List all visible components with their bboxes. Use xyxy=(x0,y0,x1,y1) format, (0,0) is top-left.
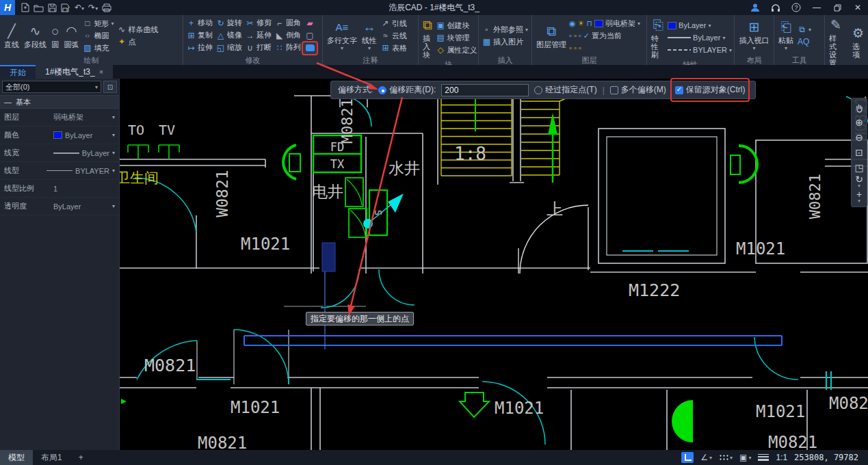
add-layout-button[interactable]: + xyxy=(70,450,92,465)
point-button[interactable]: ✦点 xyxy=(116,36,160,48)
grid-snap-icon[interactable]: ▾ xyxy=(719,454,733,462)
offset-button[interactable] xyxy=(303,42,317,54)
layer-current-icon[interactable]: ✓ xyxy=(583,31,590,40)
tab-start[interactable]: 开始 xyxy=(0,65,36,79)
open-file-icon[interactable] xyxy=(34,3,44,12)
erase-button[interactable]: ▰ xyxy=(303,18,317,29)
insert-image-button[interactable]: ▦插入图片 xyxy=(481,36,529,48)
zoom-in-icon[interactable]: ⊕ xyxy=(852,115,867,130)
layer-color-swatch[interactable] xyxy=(594,20,603,27)
close-button[interactable]: ✕ xyxy=(847,0,868,15)
linear-dim-button[interactable]: ↔线性▾ xyxy=(360,18,379,53)
lineweight-toggle-icon[interactable] xyxy=(758,454,769,461)
layer-visibility-icon[interactable]: ◉ xyxy=(569,19,576,28)
mtext-button[interactable]: A≡多行文字▾ xyxy=(325,18,359,53)
print-icon[interactable] xyxy=(102,3,111,12)
style-settings-button[interactable]: ✎样式设置 xyxy=(827,16,845,68)
paste-button[interactable]: ⎗粘贴▾ xyxy=(776,18,795,53)
multiple-offset-checkbox[interactable]: 多个偏移(M) xyxy=(610,84,666,96)
offset-distance-radio[interactable]: 偏移距离(D): xyxy=(378,84,436,96)
break-button[interactable]: ∪打断 xyxy=(244,42,273,53)
mirror-button[interactable]: △镜像 xyxy=(215,29,244,41)
layer-unlock-icon[interactable]: ▫ xyxy=(579,31,581,40)
save-icon[interactable] xyxy=(48,3,57,12)
revcloud-button[interactable]: ≈云线 xyxy=(380,30,408,42)
layer-delete-icon[interactable]: ▫ xyxy=(579,44,581,52)
insert-viewport-button[interactable]: ⊞插入视口▾ xyxy=(737,18,772,53)
layer-freeze-icon[interactable]: ☀ xyxy=(578,19,585,28)
prop-row-linetype[interactable]: 线型 BYLAYER▾ xyxy=(0,162,119,180)
linetype-dropdown[interactable]: BYLAYER▾ xyxy=(668,44,732,56)
polar-tracking-icon[interactable]: ∠▾ xyxy=(700,453,712,462)
attribute-define-button[interactable]: ◇属性定义 xyxy=(435,44,479,56)
ortho-mode-icon[interactable] xyxy=(681,452,694,463)
prop-row-transparency[interactable]: 透明度 ByLayer▾ xyxy=(0,198,119,215)
prop-row-lineweight[interactable]: 线宽 ByLayer▾ xyxy=(0,144,119,162)
copy-button[interactable]: ⊞复制 xyxy=(185,29,214,41)
support-headset-icon[interactable] xyxy=(765,0,786,15)
section-basic[interactable]: —基本 xyxy=(0,95,119,109)
prop-row-color[interactable]: 颜色 ByLayer▾ xyxy=(0,127,119,144)
orbit-icon[interactable]: ↻▾ xyxy=(852,175,867,190)
layer-off-icon[interactable]: ▫ xyxy=(569,31,572,40)
xref-button[interactable]: ▫外部参照▾ xyxy=(481,24,529,36)
block-manager-button[interactable]: ▤块管理 xyxy=(435,32,479,44)
trim-button[interactable]: ✂修剪 xyxy=(244,17,273,29)
layer-dropdown[interactable]: ◉ ☀ ⊓ 弱电桥架 ▾ xyxy=(569,18,640,29)
extend-button[interactable]: →延伸 xyxy=(244,29,273,41)
chamfer-button[interactable]: ◣倒角 xyxy=(274,29,302,41)
table-button[interactable]: ⊞表格 xyxy=(380,42,408,54)
ellipse-button[interactable]: ○椭圆 xyxy=(81,30,115,42)
hatch-button[interactable]: ▨填充 xyxy=(81,42,115,54)
user-account-icon[interactable] xyxy=(745,0,765,15)
set-current-button[interactable]: 置为当前 xyxy=(592,31,622,41)
layer-merge-icon[interactable]: ▫ xyxy=(574,44,577,52)
match-properties-button[interactable]: ⎘特性刷 xyxy=(649,16,667,59)
copy-clip-button[interactable]: ⧉▾ xyxy=(796,24,813,36)
layer-walk-icon[interactable]: ▫ xyxy=(569,44,572,52)
selection-filter-dropdown[interactable]: 全部(0)▾ xyxy=(2,81,101,93)
zoom-out-icon[interactable]: ⊖ xyxy=(852,130,867,145)
layout1-tab[interactable]: 布局1 xyxy=(33,450,70,465)
new-file-icon[interactable] xyxy=(21,3,29,12)
color-dropdown[interactable]: ByLayer▾ xyxy=(668,20,732,31)
fillet-button[interactable]: ⌐圆角 xyxy=(274,17,302,29)
save-as-icon[interactable] xyxy=(61,3,70,12)
spline-button[interactable]: ∿样条曲线 xyxy=(116,24,160,36)
layer-manager-button[interactable]: ⧉图层管理 xyxy=(534,22,568,49)
minimize-button[interactable]: — xyxy=(806,0,827,15)
array-button[interactable]: ∷阵列 xyxy=(274,42,302,53)
offset-distance-input[interactable] xyxy=(441,84,529,96)
polyline-button[interactable]: ∿多段线 xyxy=(22,22,49,49)
circle-button[interactable]: ○圆 xyxy=(49,22,61,49)
arc-button[interactable]: ◠圆弧 xyxy=(62,22,81,49)
leader-button[interactable]: ↗引线 xyxy=(380,18,408,29)
model-tab[interactable]: 模型 xyxy=(0,450,33,465)
pan-hand-icon[interactable] xyxy=(852,100,867,115)
drawing-canvas[interactable]: TO TV 卫生间 W0821 M1021 M0821 FD TX 电井 水井 … xyxy=(120,79,868,450)
help-icon[interactable]: ? xyxy=(786,0,806,15)
undo-icon[interactable]: ↶▾ xyxy=(75,3,84,12)
annotation-scale[interactable]: 1:1 xyxy=(776,453,787,462)
create-block-button[interactable]: ▣创建块 xyxy=(435,20,479,31)
zoom-extents-icon[interactable]: ◳ xyxy=(852,160,867,175)
region-button[interactable]: ▢ xyxy=(303,30,317,42)
scale-button[interactable]: ◱缩放 xyxy=(215,42,244,53)
rotate-button[interactable]: ↻旋转 xyxy=(215,17,244,29)
zoom-window-icon[interactable]: ⊡ xyxy=(852,145,867,160)
layer-isolate-icon[interactable]: ▫ xyxy=(574,31,577,40)
through-point-radio[interactable]: 经过指定点(T) xyxy=(534,84,596,96)
app-logo-icon[interactable]: H xyxy=(0,0,15,15)
layer-lock-icon[interactable]: ⊓ xyxy=(586,19,592,28)
tab-close-icon[interactable]: × xyxy=(99,68,103,76)
keep-source-checkbox[interactable]: 保留源对象(Ctrl) xyxy=(672,79,749,101)
rectangle-button[interactable]: □矩形▾ xyxy=(81,18,115,29)
move-button[interactable]: +移动 xyxy=(185,17,214,29)
lineweight-dropdown[interactable]: ByLayer▾ xyxy=(668,32,732,44)
redo-icon[interactable]: ↷▾ xyxy=(88,3,98,12)
line-button[interactable]: ╱直线 xyxy=(2,22,21,49)
stretch-button[interactable]: ↦拉伸 xyxy=(185,42,214,53)
ucs-move-icon[interactable]: +▾ xyxy=(852,190,867,205)
prop-row-layer[interactable]: 图层 弱电桥架▾ xyxy=(0,109,119,127)
quick-select-button[interactable]: AQ xyxy=(796,36,813,48)
